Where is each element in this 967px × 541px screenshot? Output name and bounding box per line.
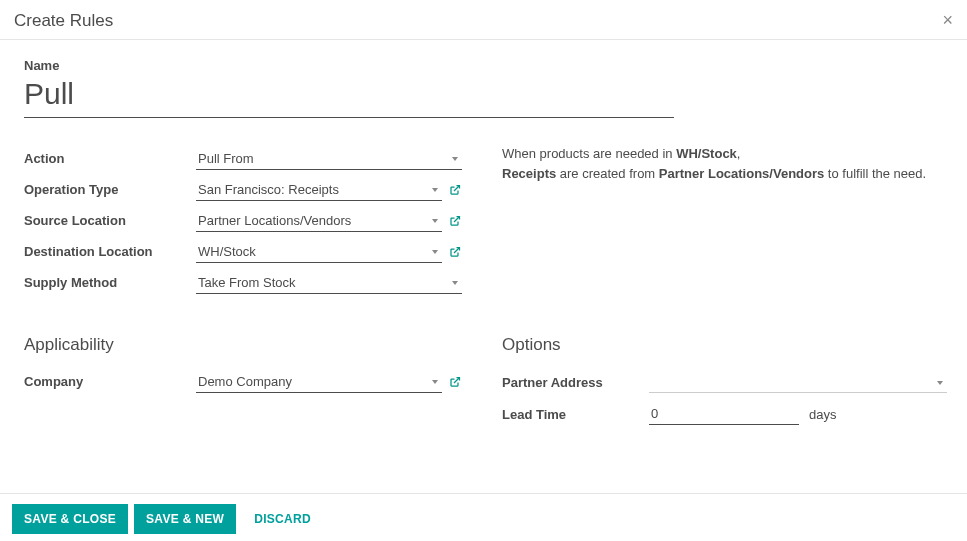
partner-address-select[interactable] xyxy=(649,371,947,393)
destination-location-select[interactable]: WH/Stock xyxy=(196,240,442,263)
supply-method-select[interactable]: Take From Stock xyxy=(196,271,462,294)
rule-explanation: When products are needed in WH/Stock, Re… xyxy=(502,144,947,184)
operation-type-label: Operation Type xyxy=(24,182,196,197)
field-supply-method: Supply Method Take From Stock xyxy=(24,268,462,297)
field-lead-time: Lead Time days xyxy=(502,399,947,429)
name-input[interactable] xyxy=(24,77,674,118)
source-location-label: Source Location xyxy=(24,213,196,228)
external-link-icon[interactable] xyxy=(448,215,462,227)
lead-time-unit: days xyxy=(809,407,836,422)
applicability-heading: Applicability xyxy=(24,335,462,355)
close-icon[interactable]: × xyxy=(942,10,953,31)
partner-address-label: Partner Address xyxy=(502,375,649,390)
action-value: Pull From xyxy=(198,151,254,166)
discard-button[interactable]: DISCARD xyxy=(242,504,323,534)
lead-time-input[interactable] xyxy=(649,403,799,425)
company-select[interactable]: Demo Company xyxy=(196,370,442,393)
field-source-location: Source Location Partner Locations/Vendor… xyxy=(24,206,462,235)
destination-location-value: WH/Stock xyxy=(198,244,256,259)
fields-left-col: Action Pull From Operation Type San Fran… xyxy=(24,144,462,299)
save-close-button[interactable]: SAVE & CLOSE xyxy=(12,504,128,534)
operation-type-value: San Francisco: Receipts xyxy=(198,182,339,197)
company-label: Company xyxy=(24,374,196,389)
supply-method-value: Take From Stock xyxy=(198,275,296,290)
fields-row: Action Pull From Operation Type San Fran… xyxy=(24,144,947,299)
applicability-section: Applicability Company Demo Company xyxy=(24,299,462,431)
modal-title: Create Rules xyxy=(14,11,113,31)
source-location-select[interactable]: Partner Locations/Vendors xyxy=(196,209,442,232)
name-section: Name xyxy=(24,58,947,118)
field-destination-location: Destination Location WH/Stock xyxy=(24,237,462,266)
field-company: Company Demo Company xyxy=(24,367,462,396)
lead-time-label: Lead Time xyxy=(502,407,649,422)
external-link-icon[interactable] xyxy=(448,376,462,388)
field-action: Action Pull From xyxy=(24,144,462,173)
field-operation-type: Operation Type San Francisco: Receipts xyxy=(24,175,462,204)
field-partner-address: Partner Address xyxy=(502,367,947,397)
name-label: Name xyxy=(24,58,947,73)
modal-header: Create Rules × xyxy=(0,0,967,40)
supply-method-label: Supply Method xyxy=(24,275,196,290)
company-value: Demo Company xyxy=(198,374,292,389)
info-text-col: When products are needed in WH/Stock, Re… xyxy=(502,144,947,299)
external-link-icon[interactable] xyxy=(448,184,462,196)
sections-row: Applicability Company Demo Company Optio… xyxy=(24,299,947,431)
save-new-button[interactable]: SAVE & NEW xyxy=(134,504,236,534)
external-link-icon[interactable] xyxy=(448,246,462,258)
source-location-value: Partner Locations/Vendors xyxy=(198,213,351,228)
options-section: Options Partner Address Lead Time days xyxy=(502,299,947,431)
operation-type-select[interactable]: San Francisco: Receipts xyxy=(196,178,442,201)
action-select[interactable]: Pull From xyxy=(196,147,462,170)
action-label: Action xyxy=(24,151,196,166)
modal-footer: SAVE & CLOSE SAVE & NEW DISCARD xyxy=(0,493,967,541)
modal-body: Name Action Pull From Operation Type San… xyxy=(0,40,967,431)
options-heading: Options xyxy=(502,335,947,355)
destination-location-label: Destination Location xyxy=(24,244,196,259)
